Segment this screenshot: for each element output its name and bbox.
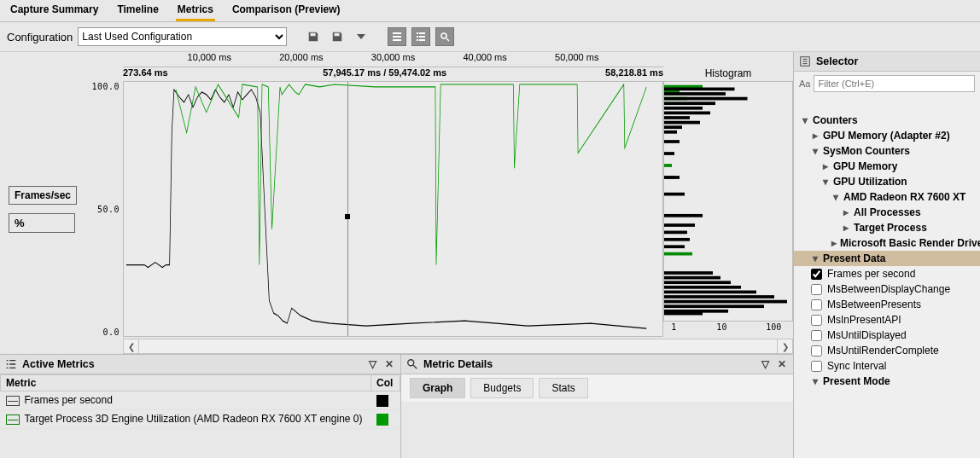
active-metrics-table: Metric Col Frames per second Target Proc…	[0, 374, 400, 429]
yaxis-label-col: Frames/sec %	[0, 81, 82, 337]
tab-comparison[interactable]: Comparison (Preview)	[230, 2, 342, 21]
node-target-proc[interactable]: ▸Target Process	[794, 220, 980, 235]
node-counters[interactable]: ▾Counters	[794, 113, 980, 128]
chart-area: 10,000 ms 20,000 ms 30,000 ms 40,000 ms …	[0, 52, 793, 354]
row0-label: Frames per second	[25, 394, 113, 406]
case-toggle[interactable]: Aa	[799, 78, 810, 89]
dropdown-icon[interactable]	[352, 27, 370, 46]
view-list-icon[interactable]	[411, 27, 430, 46]
panel-close-icon[interactable]: ✕	[776, 358, 788, 370]
svg-rect-5	[417, 36, 418, 38]
svg-rect-20	[664, 101, 715, 105]
svg-rect-18	[664, 92, 726, 96]
svg-rect-38	[664, 281, 731, 284]
view-grid-icon[interactable]	[388, 27, 406, 46]
node-gpu-util[interactable]: ▾GPU Utilization	[794, 174, 980, 189]
filter-input[interactable]	[814, 75, 975, 92]
tab-metrics[interactable]: Metrics	[176, 2, 215, 21]
col-color[interactable]: Col	[371, 375, 400, 391]
svg-rect-6	[419, 36, 425, 38]
search-icon[interactable]	[435, 27, 454, 46]
svg-rect-21	[664, 107, 703, 110]
chk-fps[interactable]: Frames per second	[794, 266, 980, 281]
svg-point-9	[441, 33, 446, 38]
scroll-right-icon[interactable]: ❯	[777, 339, 792, 353]
metric-details-tabs: Graph Budgets Stats	[401, 374, 793, 402]
svg-rect-42	[664, 300, 787, 304]
panel-menu-icon[interactable]: ▽	[366, 358, 378, 370]
chk-mipa[interactable]: MsInPresentAPI	[794, 312, 980, 328]
cursor-bar[interactable]	[347, 82, 348, 336]
tab-capture-summary[interactable]: Capture Summary	[9, 2, 100, 21]
panel-menu-icon[interactable]: ▽	[759, 358, 771, 370]
svg-rect-25	[664, 125, 682, 129]
node-ms-basic[interactable]: ▸Microsoft Basic Render Driver	[794, 235, 980, 251]
histogram-title: Histogram	[703, 66, 754, 81]
svg-rect-31	[664, 214, 703, 217]
svg-rect-4	[419, 32, 425, 34]
tab-timeline[interactable]: Timeline	[115, 2, 160, 21]
config-select[interactable]: Last Used Configuration	[78, 27, 287, 46]
color-swatch[interactable]	[376, 414, 388, 426]
table-row[interactable]: Frames per second	[1, 391, 400, 410]
row1-label: Target Process 3D Engine Utilization (AM…	[25, 413, 363, 425]
cursor-handle[interactable]	[345, 214, 350, 219]
svg-rect-29	[664, 176, 680, 179]
svg-rect-8	[419, 39, 425, 41]
hist-x1: 1	[671, 322, 676, 332]
save-icon[interactable]	[304, 27, 323, 46]
hist-x100: 100	[766, 322, 781, 332]
ytick-50: 50.0	[97, 205, 120, 214]
mdtab-stats[interactable]: Stats	[539, 378, 587, 398]
histogram-plot[interactable]	[663, 81, 793, 322]
panel-close-icon[interactable]: ✕	[383, 358, 395, 370]
selector-panel: Selector Aa ▾Counters ▸GPU Memory (Adapt…	[794, 52, 980, 458]
node-sysmon[interactable]: ▾SysMon Counters	[794, 143, 980, 159]
active-metrics-title: Active Metrics	[22, 358, 95, 370]
node-present-data[interactable]: ▾Present Data	[794, 251, 980, 266]
svg-rect-23	[664, 116, 690, 119]
chk-sync[interactable]: Sync Interval	[794, 358, 980, 374]
node-gpu-mem-adapter[interactable]: ▸GPU Memory (Adapter #2)	[794, 128, 980, 143]
chk-murc[interactable]: MsUntilRenderComplete	[794, 343, 980, 358]
metric-details-panel: Metric Details ▽ ✕ Graph Budgets Stats	[401, 355, 793, 458]
node-amd[interactable]: ▾AMD Radeon RX 7600 XT	[794, 189, 980, 205]
chk-mud[interactable]: MsUntilDisplayed	[794, 328, 980, 343]
node-all-proc[interactable]: ▸All Processes	[794, 205, 980, 220]
node-gpu-mem[interactable]: ▸GPU Memory	[794, 159, 980, 174]
svg-rect-22	[664, 112, 710, 115]
main-plot[interactable]	[123, 81, 663, 337]
svg-rect-16	[664, 252, 692, 256]
main-tabbar: Capture Summary Timeline Metrics Compari…	[0, 0, 980, 22]
magnifier-icon	[406, 358, 418, 370]
svg-rect-7	[417, 39, 418, 41]
svg-rect-41	[664, 295, 774, 299]
frames-per-sec-box[interactable]: Frames/sec	[9, 186, 77, 205]
scroll-left-icon[interactable]: ❮	[124, 339, 139, 353]
node-present-mode[interactable]: ▾Present Mode	[794, 374, 980, 389]
col-metric[interactable]: Metric	[1, 375, 371, 391]
save-as-icon[interactable]	[328, 27, 347, 46]
mdtab-budgets[interactable]: Budgets	[470, 378, 534, 398]
mdtab-graph[interactable]: Graph	[410, 378, 465, 398]
svg-rect-32	[664, 223, 695, 227]
chart-hscrollbar[interactable]: ❮ ❯	[123, 339, 793, 354]
list-icon	[5, 358, 17, 370]
percent-box[interactable]: %	[9, 213, 75, 233]
svg-rect-0	[393, 32, 401, 34]
marker-row: 273.64 ms 57,945.17 ms / 59,474.02 ms 58…	[123, 67, 663, 81]
series-icon	[6, 415, 20, 425]
histogram-xaxis: 1 10 100	[663, 322, 793, 337]
svg-rect-34	[664, 238, 690, 241]
tick-40000: 40,000 ms	[463, 52, 506, 62]
svg-rect-45	[664, 312, 703, 316]
table-row[interactable]: Target Process 3D Engine Utilization (AM…	[1, 409, 400, 428]
yaxis-ticks: 100.0 50.0 0.0	[82, 81, 123, 337]
chk-mbp[interactable]: MsBetweenPresents	[794, 297, 980, 312]
color-swatch[interactable]	[376, 395, 388, 407]
tick-20000: 20,000 ms	[279, 52, 323, 62]
chk-mbdc[interactable]: MsBetweenDisplayChange	[794, 281, 980, 297]
selector-tree: ▾Counters ▸GPU Memory (Adapter #2) ▾SysM…	[794, 96, 980, 458]
tick-10000: 10,000 ms	[188, 52, 231, 62]
series-icon	[6, 396, 20, 406]
